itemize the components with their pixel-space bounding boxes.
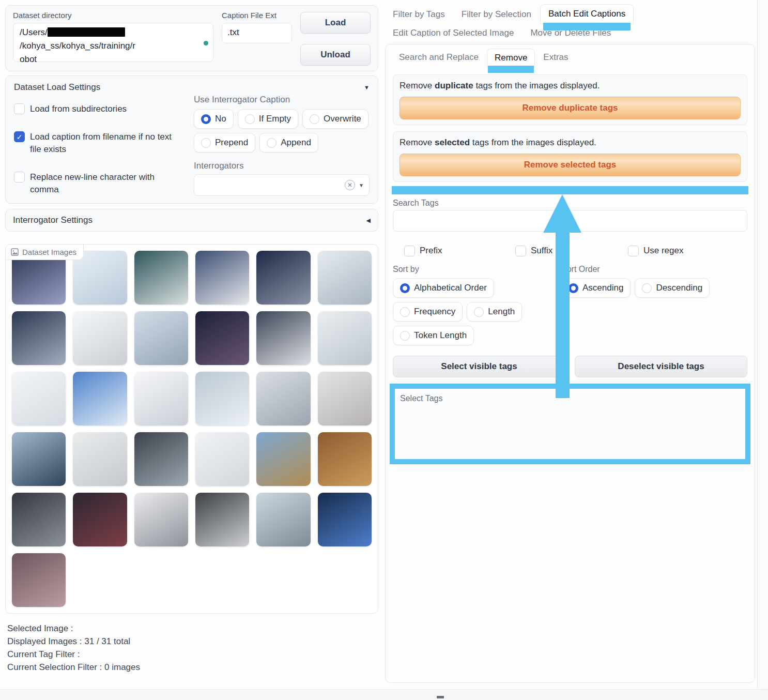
search-option-checkbox[interactable]: Prefix (404, 245, 515, 256)
checkbox-icon (628, 246, 639, 256)
dataset-image-thumbnail[interactable] (256, 372, 310, 425)
caption-file-ext-input[interactable]: .txt (222, 23, 292, 43)
dataset-image-thumbnail[interactable] (195, 372, 249, 425)
sort-by-radios: Alphabetical Order Frequency (393, 278, 548, 345)
path-mid: /kohya_ss/kohya_ss/training/r (20, 41, 135, 51)
sort-by-radio[interactable]: Token Length (393, 326, 474, 345)
select-tags-label: Select Tags (400, 394, 740, 403)
dataset-image-thumbnail[interactable] (318, 493, 372, 546)
search-option-label: Suffix (531, 246, 552, 256)
radio-label: Append (281, 138, 311, 148)
dataset-image-thumbnail[interactable] (134, 311, 188, 365)
interrogators-dropdown[interactable]: ✕ ▼ (194, 174, 370, 196)
radio-label: Token Length (414, 330, 467, 341)
main-tab-label: Filter by Selection (462, 9, 531, 19)
dataset-image-thumbnail[interactable] (195, 493, 249, 546)
sort-order-radios: Ascending Descending (561, 278, 747, 298)
dataset-image-thumbnail[interactable] (73, 493, 127, 546)
search-option-checkbox[interactable]: Use regex (628, 245, 747, 256)
dataset-image-thumbnail[interactable] (134, 432, 188, 486)
dataset-image-thumbnail[interactable] (318, 251, 372, 305)
sort-by-radio[interactable]: Length (467, 302, 522, 322)
settings-checkbox-label: Load from subdirectories (30, 103, 127, 115)
interrogator-caption-radio[interactable]: If Empty (238, 109, 298, 129)
interrogator-caption-radio[interactable]: No (194, 109, 234, 129)
chevron-down-icon: ▼ (359, 182, 364, 188)
dataset-image-thumbnail[interactable] (134, 251, 188, 305)
search-options-row: Prefix Suffix Use regex (393, 245, 747, 256)
settings-checkbox[interactable]: Replace new-line character with comma (14, 171, 180, 196)
sub-tab-label: Search and Replace (399, 52, 479, 62)
main-tabs: Filter by Tags Filter by Selection Batch… (385, 4, 755, 42)
use-interrogator-caption-label: Use Interrogator Caption (194, 95, 370, 105)
dataset-image-thumbnail[interactable] (318, 432, 372, 486)
sort-order-label: Sort Order (561, 265, 747, 274)
sub-tab[interactable]: Search and Replace (392, 49, 486, 67)
sort-by-radio[interactable]: Frequency (393, 302, 463, 322)
dataset-image-thumbnail[interactable] (12, 493, 66, 546)
dataset-image-thumbnail[interactable] (256, 493, 310, 546)
remove-duplicate-tags-button[interactable]: Remove duplicate tags (400, 97, 741, 119)
select-visible-tags-button[interactable]: Select visible tags (393, 356, 565, 377)
dataset-image-thumbnail[interactable] (73, 372, 127, 425)
dataset-image-thumbnail[interactable] (134, 372, 188, 425)
search-option-checkbox[interactable]: Suffix (515, 245, 628, 256)
dataset-image-thumbnail[interactable] (195, 432, 249, 486)
dataset-directory-label: Dataset directory (13, 11, 213, 20)
dataset-image-thumbnail[interactable] (195, 251, 249, 305)
remove-selected-tags-button[interactable]: Remove selected tags (400, 154, 741, 176)
dataset-directory-field: Dataset directory /Users//kohya_ss/kohya… (13, 11, 213, 66)
deselect-visible-tags-button[interactable]: Deselect visible tags (575, 356, 747, 377)
settings-checkbox-label: Replace new-line character with comma (30, 171, 180, 196)
dataset-image-thumbnail[interactable] (318, 311, 372, 365)
status-line: Selected Image : (7, 622, 378, 635)
dataset-image-thumbnail[interactable] (12, 311, 66, 365)
interrogator-settings-header[interactable]: Interrogator Settings ◀ (5, 209, 378, 232)
sub-tab[interactable]: Extras (536, 49, 575, 67)
dataset-image-thumbnail[interactable] (73, 432, 127, 486)
annotation-arrow-shaft (556, 232, 570, 398)
main-tab[interactable]: Edit Caption of Selected Image (385, 24, 521, 42)
interrogator-settings-title: Interrogator Settings (13, 215, 93, 225)
sort-order-radio[interactable]: Descending (635, 278, 710, 298)
load-button[interactable]: Load (300, 12, 371, 34)
main-tab-label: Filter by Tags (393, 9, 445, 19)
sort-by-radio[interactable]: Alphabetical Order (393, 278, 494, 298)
interrogator-caption-radio[interactable]: Append (259, 133, 318, 153)
main-tab[interactable]: Batch Edit Captions (540, 4, 634, 24)
main-tab-label: Batch Edit Captions (548, 9, 625, 19)
footer-artifact (437, 696, 444, 698)
dataset-image-thumbnail[interactable] (12, 553, 66, 607)
dataset-load-settings-header[interactable]: Dataset Load Settings ▼ (14, 82, 370, 93)
dataset-image-thumbnail[interactable] (318, 372, 372, 425)
status-line: Current Tag Filter : (7, 648, 378, 661)
dataset-directory-panel: Dataset directory /Users//kohya_ss/kohya… (5, 5, 378, 71)
dataset-image-thumbnail[interactable] (256, 251, 310, 305)
sort-order-radio[interactable]: Ascending (561, 278, 631, 298)
clear-icon[interactable]: ✕ (345, 180, 355, 190)
dataset-images-panel: Dataset Images (5, 244, 378, 614)
dataset-image-thumbnail[interactable] (134, 493, 188, 546)
settings-checkbox[interactable]: Load from subdirectories (14, 103, 180, 115)
main-tab[interactable]: Filter by Tags (385, 5, 453, 24)
unload-button[interactable]: Unload (300, 44, 371, 66)
dataset-image-thumbnail[interactable] (256, 432, 310, 486)
dataset-image-thumbnail[interactable] (12, 372, 66, 425)
dataset-image-thumbnail[interactable] (73, 311, 127, 365)
dataset-directory-input[interactable]: /Users//kohya_ss/kohya_ss/training/r obo… (13, 23, 213, 62)
settings-checkbox[interactable]: Load caption from filename if no text fi… (14, 131, 180, 156)
main-tab[interactable]: Filter by Selection (454, 5, 539, 24)
dataset-images-label-text: Dataset Images (22, 248, 76, 256)
collapse-left-icon: ◀ (366, 217, 371, 224)
sub-tab-label: Extras (543, 52, 568, 62)
sub-tab[interactable]: Remove (487, 49, 535, 67)
remove-tab-content: Remove duplicate tags from the images di… (386, 70, 755, 471)
vertical-scrollbar[interactable] (757, 0, 768, 700)
radio-label: Descending (656, 283, 702, 293)
dataset-image-thumbnail[interactable] (195, 311, 249, 365)
interrogator-caption-radio[interactable]: Prepend (194, 133, 255, 153)
interrogator-caption-radio[interactable]: Overwrite (302, 109, 368, 129)
dataset-image-thumbnail[interactable] (256, 311, 310, 365)
redacted-username (48, 27, 125, 37)
dataset-image-thumbnail[interactable] (12, 432, 66, 486)
